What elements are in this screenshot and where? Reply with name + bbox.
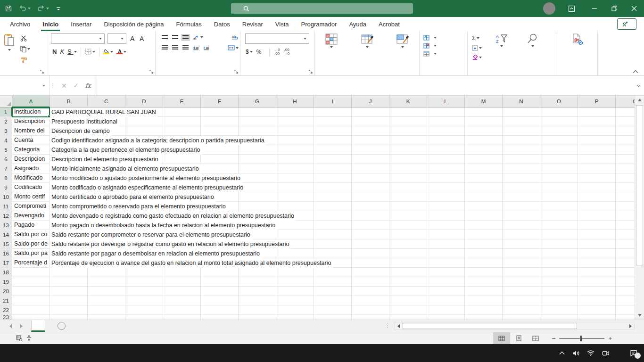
scroll-left-button[interactable] <box>395 324 402 328</box>
row-header[interactable]: 7 <box>0 164 12 173</box>
comma-style-button[interactable] <box>264 51 266 53</box>
cell-area[interactable]: Monto certificado o aprobado para el ele… <box>50 192 635 201</box>
formula-bar-splitter[interactable]: ⋮ <box>49 76 56 95</box>
cell-column-a[interactable]: Codificado <box>12 183 50 192</box>
delete-cells-button[interactable] <box>420 41 467 49</box>
column-header[interactable]: B <box>50 96 88 107</box>
scroll-right-button[interactable] <box>627 324 634 328</box>
ribbon-tab[interactable]: Inicio <box>36 17 65 31</box>
row-header[interactable]: 8 <box>0 173 12 182</box>
ribbon-tab[interactable]: Datos <box>208 17 236 31</box>
cell-column-b[interactable]: Categoria a la que pertenece el elemento… <box>50 146 202 155</box>
horizontal-scroll-thumb[interactable] <box>403 323 577 329</box>
vertical-scrollbar[interactable] <box>635 96 644 320</box>
number-format-select[interactable] <box>245 33 309 44</box>
cell-column-a[interactable] <box>12 268 50 277</box>
vertical-scroll-thumb[interactable] <box>636 105 643 265</box>
column-header[interactable]: K <box>389 96 427 107</box>
conditional-formatting-button[interactable] <box>315 33 348 48</box>
cell-column-b[interactable]: Descripcion del elemento presupuestario <box>50 155 160 164</box>
cell-area[interactable] <box>50 277 635 286</box>
row-header[interactable]: 17 <box>0 258 12 267</box>
decrease-decimal-button[interactable]: ,00→0 <box>282 47 291 57</box>
ribbon-tab[interactable]: Insertar <box>65 17 98 31</box>
fill-color-button[interactable] <box>102 48 115 56</box>
align-left-button[interactable] <box>160 44 169 51</box>
cell-area[interactable]: Saldo restante por pagar o desembolsar e… <box>50 249 635 258</box>
row-header[interactable]: 3 <box>0 126 12 135</box>
cell-area[interactable]: GAD PARROQUIAL RURAL SAN JUAN <box>50 107 635 116</box>
row-header[interactable]: 23 <box>0 315 12 320</box>
italic-button[interactable]: K <box>58 47 66 56</box>
avatar[interactable] <box>543 2 555 15</box>
cell-column-b[interactable]: Saldo restante por pagar o desembolsar e… <box>50 249 262 258</box>
volume-button[interactable] <box>572 350 579 356</box>
name-box[interactable] <box>0 76 49 95</box>
select-all-corner[interactable] <box>0 96 12 107</box>
cell-area[interactable]: Monto codificado o asignado especificame… <box>50 183 635 192</box>
column-header[interactable]: L <box>427 96 465 107</box>
show-hidden-icons-button[interactable] <box>559 351 565 355</box>
row-header[interactable]: 6 <box>0 155 12 164</box>
row-header[interactable]: 14 <box>0 230 12 239</box>
ribbon-tab[interactable]: Disposición de página <box>98 17 170 31</box>
sort-filter-button[interactable]: AZ <box>486 33 517 61</box>
formula-input[interactable] <box>97 76 633 95</box>
number-dialog-launcher[interactable] <box>309 70 313 74</box>
cell-area[interactable] <box>50 305 635 314</box>
cell-column-a[interactable]: Modificado <box>12 173 50 182</box>
cell-area[interactable] <box>50 296 635 305</box>
page-layout-view-button[interactable] <box>510 332 527 344</box>
cell-column-a[interactable]: Descripcion <box>12 155 50 164</box>
row-header[interactable]: 10 <box>0 192 12 201</box>
column-header[interactable]: J <box>352 96 389 107</box>
column-header[interactable]: N <box>503 96 540 107</box>
cell-column-b[interactable]: Monto comprometido o reservado para el e… <box>50 202 228 211</box>
cell-column-a[interactable]: Comprometi <box>12 202 50 211</box>
cell-column-b[interactable]: Saldo restante por comprometer o reserva… <box>50 230 252 239</box>
increase-font-button[interactable]: Aˆ <box>130 35 136 42</box>
zoom-in-button[interactable]: + <box>608 335 612 342</box>
insert-cells-button[interactable] <box>420 33 467 41</box>
column-header[interactable]: Q <box>616 96 635 107</box>
cell-column-a[interactable] <box>12 277 50 286</box>
cell-area[interactable]: Presupuesto Institucional <box>50 117 635 126</box>
row-header[interactable]: 11 <box>0 202 12 211</box>
column-header[interactable]: P <box>578 96 616 107</box>
cell-area[interactable]: Saldo restante por comprometer o reserva… <box>50 230 635 239</box>
cell-column-b[interactable]: Porcentaje de ejecucion o avance del gas… <box>50 259 333 268</box>
wrap-text-button[interactable]: ab <box>230 33 240 41</box>
cell-area[interactable]: Monto modificado o ajustado posteriormen… <box>50 173 635 182</box>
cell-column-a[interactable] <box>12 287 50 296</box>
row-header[interactable]: 15 <box>0 239 12 248</box>
column-header[interactable]: A <box>12 96 50 107</box>
column-header[interactable]: M <box>465 96 503 107</box>
zoom-slider-thumb[interactable] <box>580 336 582 341</box>
cell-styles-button[interactable] <box>386 33 419 48</box>
align-right-button[interactable] <box>181 44 190 51</box>
align-center-button[interactable] <box>171 44 180 51</box>
merge-center-button[interactable] <box>226 44 240 51</box>
save-button[interactable] <box>5 5 12 12</box>
row-header[interactable]: 9 <box>0 183 12 192</box>
cancel-button[interactable]: ✕ <box>61 82 67 90</box>
close-button[interactable] <box>624 0 644 17</box>
row-header[interactable]: 12 <box>0 211 12 220</box>
font-family-select[interactable] <box>51 33 105 44</box>
column-header[interactable]: G <box>239 96 276 107</box>
scroll-up-button[interactable] <box>635 96 644 104</box>
minimize-button[interactable] <box>585 0 604 17</box>
row-header[interactable]: 22 <box>0 305 12 314</box>
cell-column-a[interactable]: Cuenta <box>12 136 50 145</box>
cell-column-b[interactable]: Monto devengado o registrado como gasto … <box>50 212 296 221</box>
cell-area[interactable]: Descripcion de campo <box>50 126 635 135</box>
cell-column-a[interactable]: Devengado <box>12 211 50 220</box>
insert-function-button[interactable]: fx <box>85 82 91 89</box>
ribbon-tab[interactable]: Revisar <box>236 17 269 31</box>
ribbon-tab[interactable]: Fórmulas <box>170 17 208 31</box>
cut-button[interactable] <box>19 34 32 42</box>
cell-column-b[interactable]: Saldo restante por devengar o registrar … <box>50 240 291 249</box>
font-size-select[interactable] <box>107 33 126 44</box>
cell-area[interactable] <box>50 268 635 277</box>
redo-button[interactable] <box>37 5 49 12</box>
